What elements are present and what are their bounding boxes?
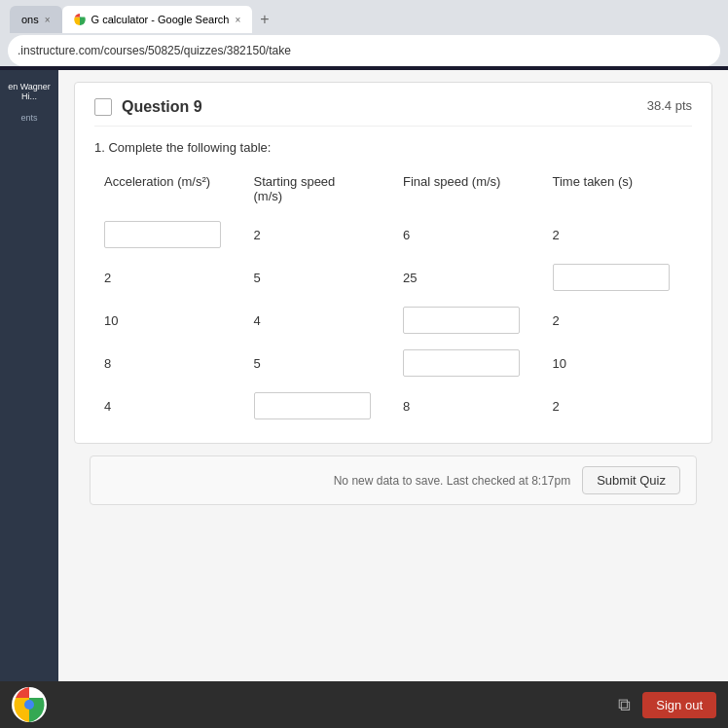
row4-time-taken: 10	[543, 342, 693, 384]
row4-final-speed-input[interactable]	[403, 349, 520, 377]
question-card: Question 9 38.4 pts 1. Complete the foll…	[74, 82, 712, 444]
row3-final-speed	[393, 299, 543, 342]
table-row: 10 4 2	[94, 299, 692, 342]
sidebar: en Wagner Hi... ents	[0, 70, 58, 728]
checkbox-icon[interactable]	[94, 98, 112, 116]
row4-starting-speed: 5	[244, 342, 394, 384]
bottom-bar: No new data to save. Last checked at 8:1…	[90, 455, 697, 505]
row5-time-taken: 2	[543, 384, 693, 427]
browser-chrome: ons × G calculator - Google Search × + .…	[0, 0, 728, 66]
question-table: Acceleration (m/s²) Starting speed(m/s) …	[94, 168, 692, 427]
row2-starting-speed: 5	[244, 256, 394, 299]
row1-time-taken: 2	[543, 213, 693, 256]
row1-starting-speed: 2	[244, 213, 394, 256]
row5-starting-speed	[244, 384, 394, 427]
col-header-time-taken: Time taken (s)	[543, 168, 693, 213]
row3-starting-speed: 4	[244, 299, 394, 342]
row3-time-taken: 2	[543, 299, 693, 342]
address-bar[interactable]: .instructure.com/courses/50825/quizzes/3…	[8, 35, 720, 66]
row3-acceleration: 10	[94, 299, 244, 342]
question-header: Question 9 38.4 pts	[94, 98, 692, 127]
table-row: 2 5 25	[94, 256, 692, 299]
tab-active[interactable]: G calculator - Google Search ×	[62, 6, 253, 33]
taskbar-center	[12, 687, 47, 722]
sidebar-item-ents[interactable]: ents	[17, 109, 41, 127]
sidebar-item-username[interactable]: en Wagner Hi...	[0, 78, 58, 105]
submit-quiz-button[interactable]: Submit Quiz	[582, 466, 680, 494]
question-pts: 38.4 pts	[647, 98, 692, 113]
row4-acceleration: 8	[94, 342, 244, 384]
tab-close-icon[interactable]: ×	[45, 15, 51, 25]
tab-bar: ons × G calculator - Google Search × +	[0, 0, 728, 33]
new-tab-button[interactable]: +	[252, 7, 276, 32]
table-row: 2 6 2	[94, 213, 692, 256]
row5-starting-speed-input[interactable]	[254, 392, 371, 419]
chrome-favicon-icon	[74, 14, 86, 25]
row2-acceleration: 2	[94, 256, 244, 299]
tab-inactive[interactable]: ons ×	[10, 6, 62, 33]
row1-acceleration-input[interactable]	[104, 221, 221, 248]
question-body: 1. Complete the following table:	[94, 140, 692, 155]
row3-final-speed-input[interactable]	[403, 307, 520, 334]
chrome-taskbar-icon[interactable]	[12, 687, 47, 722]
content-area: en Wagner Hi... ents Question 9 38.4 pts…	[0, 70, 728, 728]
taskbar-right: ⧉ Sign out	[618, 692, 716, 718]
col-header-final-speed: Final speed (m/s)	[393, 168, 543, 213]
tab-active-close-icon[interactable]: ×	[235, 15, 240, 25]
tab-inactive-label: ons	[21, 14, 39, 25]
row4-final-speed	[393, 342, 543, 384]
page-wrapper: en Wagner Hi... ents Question 9 38.4 pts…	[0, 70, 728, 728]
col-header-starting-speed: Starting speed(m/s)	[244, 168, 394, 213]
question-title: Question 9	[122, 98, 202, 116]
status-text: No new data to save. Last checked at 8:1…	[334, 474, 570, 488]
row2-final-speed: 25	[393, 256, 543, 299]
row2-time-taken	[543, 256, 693, 299]
taskbar: ⧉ Sign out	[0, 681, 728, 728]
url-text: .instructure.com/courses/50825/quizzes/3…	[18, 44, 291, 57]
row5-final-speed: 8	[393, 384, 543, 427]
svg-point-3	[24, 700, 34, 710]
row1-acceleration	[94, 213, 244, 256]
table-row: 8 5 10	[94, 342, 692, 384]
row1-final-speed: 6	[393, 213, 543, 256]
table-row: 4 8 2	[94, 384, 692, 427]
main-content: Question 9 38.4 pts 1. Complete the foll…	[58, 70, 728, 728]
sign-out-button[interactable]: Sign out	[642, 692, 716, 718]
question-instruction: 1. Complete the following table:	[94, 140, 271, 155]
row2-time-input[interactable]	[553, 264, 670, 291]
taskbar-monitor-icon: ⧉	[618, 695, 631, 715]
col-header-acceleration: Acceleration (m/s²)	[94, 168, 244, 213]
row5-acceleration: 4	[94, 384, 244, 427]
tab-active-label: G calculator - Google Search	[91, 14, 230, 25]
